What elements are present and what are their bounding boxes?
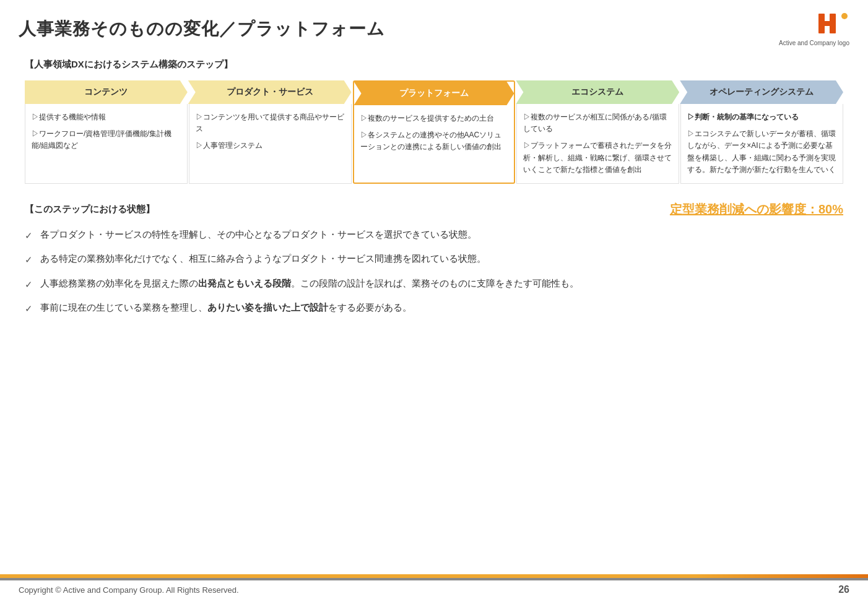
step-ecosystem: エコシステム ▷複数のサービスが相互に関係がある/循環している ▷プラットフォー… xyxy=(516,80,679,184)
main-content: 【人事領域DXにおけるシステム構築のステップ】 コンテンツ ▷提供する機能や情報… xyxy=(0,53,868,330)
step-platform-body: ▷複数のサービスを提供するための土台 ▷各システムとの連携やその他AACソリュー… xyxy=(354,105,514,161)
list-item: ✓ 事前に現在の生じている業務を整理し、ありたい姿を描いた上で設計をする必要があ… xyxy=(25,300,843,317)
checkmark-icon: ✓ xyxy=(25,277,33,293)
step-platform-header: プラットフォーム xyxy=(354,82,514,105)
list-item: ✓ 人事総務業務の効率化を見据えた際の出発点ともいえる段階。この段階の設計を誤れ… xyxy=(25,275,843,293)
impact-label: 定型業務削減への影響度：80% xyxy=(670,201,843,218)
bullet-text-1: 各プロダクト・サービスの特性を理解し、その中心となるプロダクト・サービスを選択で… xyxy=(40,226,843,243)
step-operating-header: オペレーティングシステム xyxy=(680,80,843,104)
svg-rect-2 xyxy=(818,21,836,26)
checkmark-icon: ✓ xyxy=(25,301,33,317)
bullet-list: ✓ 各プロダクト・サービスの特性を理解し、その中心となるプロダクト・サービスを選… xyxy=(25,226,843,317)
list-item: ✓ ある特定の業務効率化だけでなく、相互に絡み合うようなプロダクト・サービス間連… xyxy=(25,251,843,268)
step-product-header: プロダクト・サービス xyxy=(188,80,352,104)
steps-container: コンテンツ ▷提供する機能や情報 ▷ワークフロー/資格管理/評価機能/集計機能/… xyxy=(25,80,843,184)
footer-text-row: Copyright © Active and Company Group. Al… xyxy=(0,580,868,599)
footer: Copyright © Active and Company Group. Al… xyxy=(0,574,868,599)
bullet-text-3: 人事総務業務の効率化を見据えた際の出発点ともいえる段階。この段階の設計を誤れば、… xyxy=(40,275,843,291)
footer-copyright: Copyright © Active and Company Group. Al… xyxy=(19,585,239,595)
footer-page-number: 26 xyxy=(838,584,849,595)
step-operating-body: ▷判断・統制の基準になっている ▷エコシステムで新しいデータが蓄積、循環しながら… xyxy=(680,104,843,184)
bullet-text-2: ある特定の業務効率化だけでなく、相互に絡み合うようなプロダクト・サービス間連携を… xyxy=(40,251,843,267)
bottom-header-row: 【このステップにおける状態】 定型業務削減への影響度：80% xyxy=(25,201,843,218)
step-content-body: ▷提供する機能や情報 ▷ワークフロー/資格管理/評価機能/集計機能/組織図など xyxy=(25,104,188,184)
step-content: コンテンツ ▷提供する機能や情報 ▷ワークフロー/資格管理/評価機能/集計機能/… xyxy=(25,80,188,184)
svg-point-3 xyxy=(841,13,848,19)
checkmark-icon: ✓ xyxy=(25,252,33,268)
header: 人事業務そのものの変化／プラットフォーム Active and Company … xyxy=(0,0,868,53)
bottom-section: 【このステップにおける状態】 定型業務削減への影響度：80% ✓ 各プロダクト・… xyxy=(25,201,843,317)
checkmark-icon: ✓ xyxy=(25,228,33,244)
step-ecosystem-header: エコシステム xyxy=(516,80,679,104)
platform-outer-border: プラットフォーム ▷複数のサービスを提供するための土台 ▷各システムとの連携やそ… xyxy=(353,80,516,184)
step-product: プロダクト・サービス ▷コンテンツを用いて提供する商品やサービス ▷人事管理シス… xyxy=(189,80,352,184)
step-platform: プラットフォーム ▷複数のサービスを提供するための土台 ▷各システムとの連携やそ… xyxy=(353,80,516,184)
section2-heading: 【このステップにおける状態】 xyxy=(25,204,155,215)
page-title: 人事業務そのものの変化／プラットフォーム xyxy=(19,17,385,41)
logo-area: Active and Company logo xyxy=(779,11,849,46)
step-product-body: ▷コンテンツを用いて提供する商品やサービス ▷人事管理システム xyxy=(189,104,352,184)
logo-caption: Active and Company logo xyxy=(779,40,849,46)
section1-heading: 【人事領域DXにおけるシステム構築のステップ】 xyxy=(25,59,843,71)
bullet-text-4: 事前に現在の生じている業務を整理し、ありたい姿を描いた上で設計をする必要がある。 xyxy=(40,300,843,316)
step-operating: オペレーティングシステム ▷判断・統制の基準になっている ▷エコシステムで新しい… xyxy=(680,80,843,184)
step-content-header: コンテンツ xyxy=(25,80,188,104)
company-logo xyxy=(817,11,849,38)
list-item: ✓ 各プロダクト・サービスの特性を理解し、その中心となるプロダクト・サービスを選… xyxy=(25,226,843,244)
step-ecosystem-body: ▷複数のサービスが相互に関係がある/循環している ▷プラットフォームで蓄積された… xyxy=(516,104,679,184)
